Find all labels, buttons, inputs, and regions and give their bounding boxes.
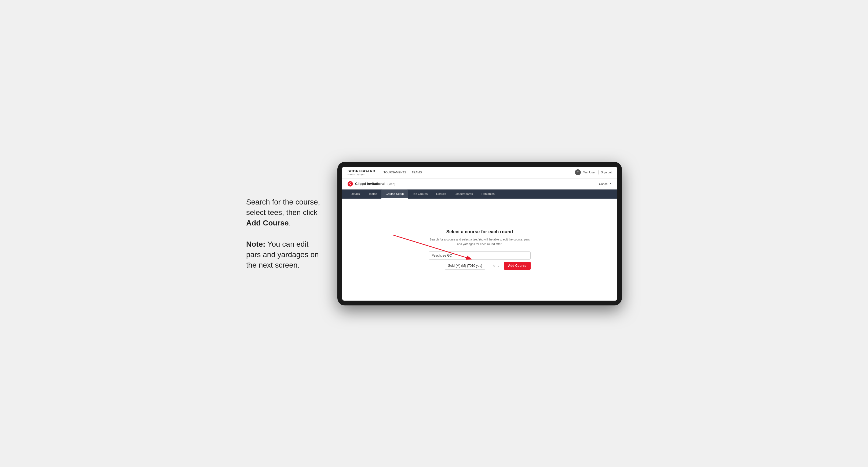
note-label: Note: [246, 240, 267, 248]
tournament-header: C Clippd Invitational (Men) Cancel ✕ [342, 179, 617, 189]
nav-links: TOURNAMENTS TEAMS [383, 171, 575, 174]
nav-link-teams[interactable]: TEAMS [412, 171, 422, 174]
tournament-name: Clippd Invitational [355, 182, 385, 186]
course-setup-description: Search for a course and select a tee. Yo… [429, 237, 531, 246]
tee-select-dropdown[interactable]: Gold (M) (M) (7010 yds) [445, 262, 485, 270]
course-setup-panel: Select a course for each round Search fo… [429, 229, 531, 270]
logo-area: SCOREBOARD Powered by clippd [348, 169, 375, 176]
user-avatar: T [575, 169, 581, 175]
tab-course-setup[interactable]: Course Setup [381, 189, 408, 198]
tournament-title-area: C Clippd Invitational (Men) [348, 181, 395, 187]
nav-link-tournaments[interactable]: TOURNAMENTS [383, 171, 406, 174]
user-name: Test User [583, 171, 595, 174]
tee-clear-button[interactable]: ✕ [493, 264, 495, 268]
sign-out-link[interactable]: Sign out [601, 171, 612, 174]
cancel-label: Cancel [599, 182, 608, 185]
instruction-line1: Search for the course, select tees, then… [246, 197, 321, 228]
tab-printables[interactable]: Printables [477, 189, 499, 198]
tee-select-row: Gold (M) (M) (7010 yds) ✕ ⌄ Add Course [429, 262, 531, 270]
tab-tee-groups[interactable]: Tee Groups [408, 189, 432, 198]
cancel-icon: ✕ [609, 182, 612, 185]
logo-sub: Powered by clippd [348, 173, 375, 176]
course-search-input[interactable] [429, 251, 531, 259]
tablet-screen: SCOREBOARD Powered by clippd TOURNAMENTS… [342, 167, 617, 301]
logo-title: SCOREBOARD [348, 169, 375, 173]
instruction-panel: Search for the course, select tees, then… [246, 197, 321, 270]
tab-results[interactable]: Results [432, 189, 451, 198]
tablet-frame: SCOREBOARD Powered by clippd TOURNAMENTS… [337, 162, 622, 305]
user-separator: | [597, 170, 598, 175]
main-content: Select a course for each round Search fo… [342, 198, 617, 301]
clippd-logo: C [348, 181, 353, 187]
user-area: T Test User | Sign out [575, 169, 612, 175]
add-course-button[interactable]: Add Course [504, 262, 531, 270]
tab-details[interactable]: Details [346, 189, 364, 198]
course-setup-title: Select a course for each round [429, 229, 531, 235]
page-wrapper: Search for the course, select tees, then… [246, 162, 622, 305]
tournament-gender: (Men) [388, 182, 395, 185]
cancel-button[interactable]: Cancel ✕ [599, 182, 612, 185]
tabs-bar: Details Teams Course Setup Tee Groups Re… [342, 189, 617, 198]
top-navigation: SCOREBOARD Powered by clippd TOURNAMENTS… [342, 167, 617, 179]
tee-chevron-icon: ⌄ [497, 264, 499, 267]
tab-teams[interactable]: Teams [364, 189, 381, 198]
instruction-note: Note: You can edit pars and yardages on … [246, 239, 321, 271]
tab-leaderboards[interactable]: Leaderboards [451, 189, 477, 198]
instruction-bold: Add Course [246, 219, 289, 227]
tee-select-wrapper: Gold (M) (M) (7010 yds) ✕ ⌄ [429, 262, 502, 270]
